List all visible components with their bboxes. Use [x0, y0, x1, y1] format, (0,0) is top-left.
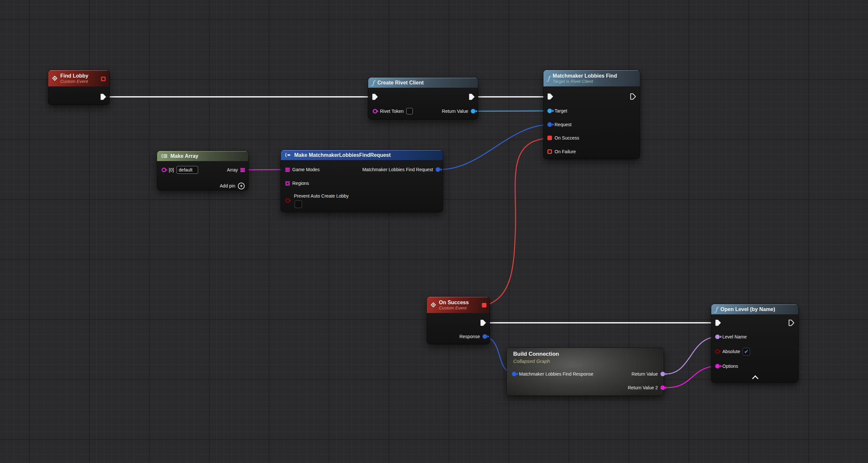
exec-in-pin[interactable] [547, 93, 554, 100]
array-out-pin[interactable] [241, 168, 245, 172]
wire-returnvalue2-to-options [667, 366, 718, 388]
node-title: Build Connection [513, 351, 559, 357]
delegate-pin[interactable] [482, 303, 487, 308]
custom-event-icon [52, 76, 57, 81]
make-struct-icon [285, 153, 291, 157]
game-modes-label: Game Modes [292, 167, 320, 172]
array-element-field[interactable] [177, 166, 198, 174]
wire-findrequest-to-request [439, 124, 551, 170]
response-label: Response [459, 334, 480, 339]
find-response-row: Matchmaker Lobbies Find Response [512, 370, 593, 378]
node-make-matchmakerlobbiesfindrequest[interactable]: Make MatchmakerLobbiesFindRequest Game M… [281, 150, 443, 212]
exec-in-pin[interactable] [715, 319, 721, 326]
prevent-auto-create-lobby-pin[interactable] [285, 198, 290, 203]
delegate-pin[interactable] [101, 77, 105, 81]
add-pin-icon[interactable]: + [238, 182, 245, 190]
node-header[interactable]: ƒ Matchmaker Lobbies Find Target is Rive… [544, 70, 640, 86]
level-name-label: Level Name [722, 334, 747, 340]
node-header[interactable]: On Success Custom Event [427, 297, 490, 313]
request-pin[interactable] [548, 122, 552, 127]
node-make-array[interactable]: Make Array [0] Array + Add pin [157, 151, 248, 190]
absolute-checkbox[interactable]: ✔ [743, 348, 750, 355]
find-request-out-pin[interactable] [436, 167, 440, 172]
node-title: Make MatchmakerLobbiesFindRequest [294, 152, 391, 158]
node-title: Create Rivet Client [377, 80, 424, 86]
game-modes-pin[interactable] [285, 168, 290, 172]
add-pin-row[interactable]: + Add pin [220, 182, 245, 190]
exec-out-row [100, 93, 106, 100]
wire-layer [0, 0, 868, 463]
wire-returnvalue-to-target [474, 111, 551, 111]
request-row: Request [548, 121, 571, 128]
on-success-label: On Success [555, 135, 579, 141]
level-name-pin[interactable] [715, 335, 720, 339]
regions-pin[interactable] [285, 181, 290, 185]
rivet-token-pin[interactable] [373, 109, 377, 113]
node-subtitle: Target is Rivet Client [553, 79, 617, 84]
exec-out-row [630, 93, 636, 100]
node-title: On Success [439, 299, 469, 306]
exec-out-row [468, 93, 475, 100]
target-pin[interactable] [548, 109, 552, 113]
add-pin-label: Add pin [220, 183, 235, 189]
target-row: Target [548, 107, 567, 114]
node-title: Make Array [170, 153, 198, 159]
exec-out-pin[interactable] [468, 93, 475, 100]
exec-out-pin[interactable] [630, 93, 636, 100]
absolute-pin[interactable] [715, 349, 720, 354]
options-pin[interactable] [715, 364, 720, 369]
blueprint-graph-canvas[interactable]: Find Lobby Custom Event ƒ Create Rivet C… [0, 0, 868, 463]
node-find-lobby[interactable]: Find Lobby Custom Event [48, 70, 110, 105]
node-title: Find Lobby [60, 73, 88, 79]
exec-in-row [372, 93, 378, 100]
node-matchmaker-lobbies-find[interactable]: ƒ Matchmaker Lobbies Find Target is Rive… [544, 70, 640, 159]
return-value-label: Return Value [442, 109, 468, 114]
node-title: Open Level (by Name) [720, 306, 775, 312]
exec-in-pin[interactable] [372, 93, 378, 100]
collapse-pins-chevron-icon[interactable] [752, 375, 758, 382]
node-create-rivet-client[interactable]: ƒ Create Rivet Client Rivet Token Return… [368, 78, 478, 119]
exec-out-pin[interactable] [480, 319, 487, 326]
custom-event-icon [431, 302, 436, 308]
absolute-row: Absolute ✔ [715, 348, 750, 355]
rivet-token-row: Rivet Token [373, 108, 413, 115]
node-header[interactable]: Find Lobby Custom Event [48, 70, 110, 86]
find-response-pin[interactable] [512, 372, 517, 376]
node-header[interactable]: Make MatchmakerLobbiesFindRequest [281, 150, 443, 160]
array-element-label: [0] [169, 167, 174, 172]
response-row: Response [459, 333, 487, 340]
node-title: Matchmaker Lobbies Find [553, 73, 617, 79]
node-header[interactable]: ƒ Open Level (by Name) [711, 304, 798, 314]
on-success-row: On Success [548, 134, 579, 142]
target-label: Target [555, 108, 567, 113]
function-icon: ƒ [372, 80, 374, 86]
return-value-2-pin[interactable] [660, 385, 665, 390]
rivet-token-field[interactable] [406, 108, 413, 114]
return-value-pin[interactable] [660, 372, 665, 376]
node-build-connection[interactable]: Build Connection Collapsed Graph Matchma… [507, 348, 664, 396]
on-success-pin[interactable] [548, 136, 552, 140]
make-array-icon [161, 153, 167, 158]
prevent-auto-create-lobby-checkbox[interactable] [294, 201, 302, 208]
find-request-out-row: Matchmaker Lobbies Find Request [362, 166, 440, 173]
options-row: Options [715, 363, 738, 370]
node-open-level-by-name[interactable]: ƒ Open Level (by Name) Level Name Absolu… [711, 304, 798, 382]
node-header[interactable]: ƒ Create Rivet Client [368, 78, 478, 88]
node-on-success-event[interactable]: On Success Custom Event Response [427, 297, 490, 344]
array-element-pin[interactable] [162, 168, 166, 172]
node-subtitle: Custom Event [60, 79, 88, 84]
game-modes-row: Game Modes [285, 166, 320, 173]
request-label: Request [555, 122, 571, 127]
exec-out-row [480, 319, 487, 326]
on-failure-pin[interactable] [548, 149, 552, 154]
find-response-label: Matchmaker Lobbies Find Response [519, 371, 593, 377]
response-pin[interactable] [483, 334, 487, 339]
return-value-row: Return Value [631, 370, 665, 378]
return-value-pin[interactable] [471, 109, 475, 113]
exec-out-pin[interactable] [788, 319, 795, 326]
regions-row: Regions [285, 180, 309, 187]
return-value-2-label: Return Value 2 [628, 385, 658, 390]
absolute-label: Absolute [722, 349, 740, 354]
node-header[interactable]: Make Array [157, 151, 248, 161]
exec-out-pin[interactable] [100, 93, 106, 100]
